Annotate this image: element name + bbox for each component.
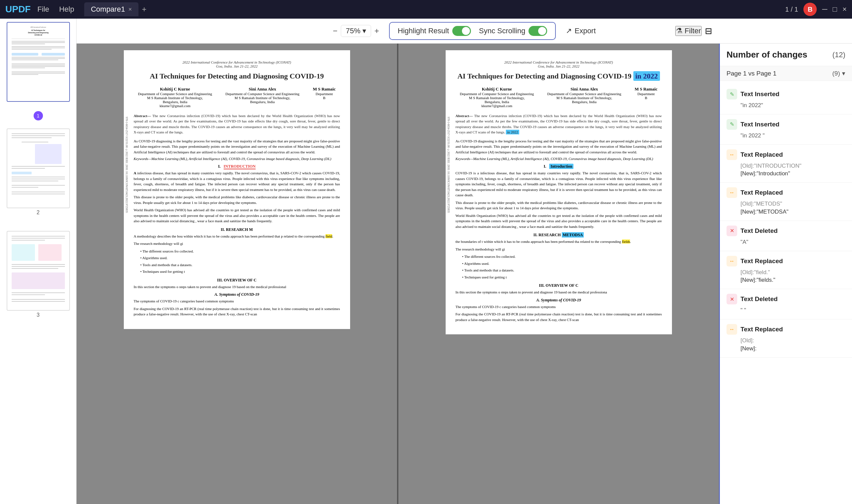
new-tab-icon[interactable]: + — [142, 5, 146, 14]
right-bullet-1: • The different sources fro collected. — [462, 254, 662, 259]
svg-rect-17 — [12, 64, 65, 64]
tab-close-icon[interactable]: × — [128, 6, 132, 13]
zoom-display[interactable]: 75% ▾ — [341, 25, 371, 37]
svg-rect-11 — [12, 49, 52, 50]
left-who-para: World Health Organization (WHO) has advi… — [134, 207, 340, 224]
export-label: Export — [574, 26, 596, 35]
tab-compare1[interactable]: Compare1 × — [84, 2, 139, 16]
maximize-icon[interactable]: □ — [833, 5, 837, 14]
svg-rect-6 — [12, 41, 65, 41]
right-intro-text: COVID-19 is a infectious disease, that h… — [456, 170, 662, 198]
svg-rect-32 — [12, 172, 32, 174]
svg-rect-14 — [12, 57, 65, 57]
highlight-toggle[interactable] — [452, 26, 471, 36]
svg-rect-16 — [12, 59, 58, 60]
menu-file[interactable]: File — [37, 5, 49, 14]
svg-rect-46 — [12, 264, 65, 265]
page-vs-label: Page 1 vs Page 1 — [727, 70, 777, 77]
svg-rect-41 — [12, 236, 65, 236]
svg-text:2022 International Conference: 2022 International Conference — [30, 26, 46, 28]
change-type-7: ✕ Text Deleted — [727, 294, 845, 304]
svg-rect-38 — [12, 192, 65, 192]
change-item-7[interactable]: ✕ Text Deleted " " — [720, 289, 852, 319]
svg-rect-13 — [41, 53, 65, 56]
thumb-image-2 — [7, 128, 70, 208]
change-type-5: ✕ Text Deleted — [727, 226, 845, 236]
replace-label-4: Text Replaced — [741, 189, 783, 196]
doi-left: 978-1-6654-2517-3/22/31.00 ©2022 IEEE | … — [125, 117, 128, 213]
right-research-text: the boundaries of t within which it has … — [456, 239, 662, 245]
zoom-in-button[interactable]: + — [374, 26, 379, 36]
thumbnail-sidebar: 2022 International Conference AI Techniq… — [0, 19, 76, 504]
left-bullet-2: • Algorithms used. — [140, 255, 340, 261]
page-number-badge-1: 1 — [34, 111, 43, 121]
left-keywords: Keywords—Machine Learning (ML), Artifici… — [134, 157, 340, 161]
left-pdf-title: AI Techniques for Detecting and Diagnosi… — [134, 72, 340, 81]
svg-rect-19 — [12, 66, 65, 67]
sync-toggle[interactable] — [529, 26, 547, 36]
svg-rect-43 — [12, 240, 45, 240]
insert-value-1: "in 2022" — [741, 102, 845, 109]
svg-rect-15 — [12, 58, 65, 59]
left-section1-label: I. INTRODUCTION — [134, 164, 340, 169]
delete-value-7: " " — [741, 306, 845, 314]
change-item-8[interactable]: ↔ Text Replaced [Old]: [New]: — [720, 319, 852, 358]
menu-bar: File Help — [37, 5, 74, 14]
filter-icon: ⚗ — [676, 26, 682, 35]
svg-rect-21 — [12, 72, 65, 72]
right-section1-label: I. Introduction — [456, 164, 662, 169]
change-type-3: ↔ Text Replaced — [727, 149, 845, 160]
thumbnail-2[interactable]: 2 — [7, 128, 70, 216]
right-pdf-header: 2022 International Conference for Advanc… — [456, 60, 662, 68]
svg-rect-49 — [12, 272, 65, 289]
svg-rect-40 — [8, 233, 68, 309]
change-item-3[interactable]: ↔ Text Replaced [Old]:"INTRODUCTION" [Ne… — [720, 145, 852, 183]
thumb-image-1: 2022 International Conference AI Techniq… — [7, 22, 70, 102]
change-item-2[interactable]: ✎ Text Inserted "in 2022 " — [720, 114, 852, 145]
svg-rect-35 — [12, 181, 58, 181]
right-research-intro: The research methodology will gi — [456, 247, 662, 252]
page-count-label[interactable]: (9) ▾ — [832, 70, 845, 77]
right-para1: As COVID-19 diagnosing is the lengthy pr… — [456, 138, 662, 155]
zoom-controls: − 75% ▾ + — [333, 25, 379, 37]
left-bullet-1: • The different sources fro collected. — [140, 249, 340, 254]
close-icon[interactable]: × — [842, 5, 847, 14]
highlight-label: Highlight Result — [398, 26, 449, 35]
zoom-chevron-icon: ▾ — [362, 26, 366, 35]
toolbar: − 75% ▾ + Highlight Result Sync Scrollin… — [76, 19, 852, 43]
right-who-para: World Health Organization (WHO) has advi… — [456, 213, 662, 230]
delete-icon-5: ✕ — [727, 226, 737, 236]
change-item-1[interactable]: ✎ Text Inserted "in 2022" — [720, 84, 852, 114]
thumbnail-3[interactable]: 3 — [7, 231, 70, 318]
filter-button[interactable]: ⚗ Filter — [675, 26, 702, 36]
svg-rect-47 — [12, 266, 65, 267]
replace-label-6: Text Replaced — [741, 257, 783, 265]
svg-rect-20 — [12, 68, 45, 68]
svg-text:COVID-19: COVID-19 — [34, 34, 42, 36]
svg-rect-9 — [12, 46, 65, 47]
menu-help[interactable]: Help — [59, 5, 74, 14]
left-para1: As COVID-19 diagnosing is the lengthy pr… — [134, 138, 340, 155]
minimize-icon[interactable]: ─ — [822, 5, 828, 14]
right-disease-para: This disease is prone to the older peopl… — [456, 200, 662, 211]
left-pdf-pane[interactable]: 978-1-6654-2517-3/22/31.00 ©2022 IEEE | … — [76, 43, 397, 504]
page-num-3: 3 — [7, 312, 70, 318]
change-item-6[interactable]: ↔ Text Replaced [Old]:"field." [New]:"fi… — [720, 251, 852, 289]
right-symptoms: The symptoms of COVID-19 c categories ba… — [456, 304, 662, 310]
right-pdf-pane[interactable]: 978-1-6654-2517-3/22/31.00 ©2022 IEEE | … — [398, 43, 719, 504]
filter-section: ⚗ Filter ⊟ — [675, 26, 712, 36]
zoom-out-button[interactable]: − — [333, 26, 337, 36]
thumbnail-1[interactable]: 2022 International Conference AI Techniq… — [7, 22, 70, 113]
insert-icon-1: ✎ — [727, 89, 737, 100]
svg-rect-28 — [22, 142, 48, 142]
tab-label: Compare1 — [91, 5, 125, 14]
change-item-5[interactable]: ✕ Text Deleted "A" — [720, 221, 852, 251]
replace-label-8: Text Replaced — [741, 326, 783, 333]
pdf-and-changes: 978-1-6654-2517-3/22/31.00 ©2022 IEEE | … — [76, 43, 852, 504]
replace-icon-3: ↔ — [727, 149, 737, 160]
layout-icon[interactable]: ⊟ — [705, 26, 712, 36]
svg-rect-34 — [12, 179, 65, 179]
svg-rect-22 — [12, 73, 65, 73]
change-item-4[interactable]: ↔ Text Replaced [Old]:"METODS" [New]:"ME… — [720, 183, 852, 221]
export-button[interactable]: ↗ Export — [566, 26, 596, 35]
